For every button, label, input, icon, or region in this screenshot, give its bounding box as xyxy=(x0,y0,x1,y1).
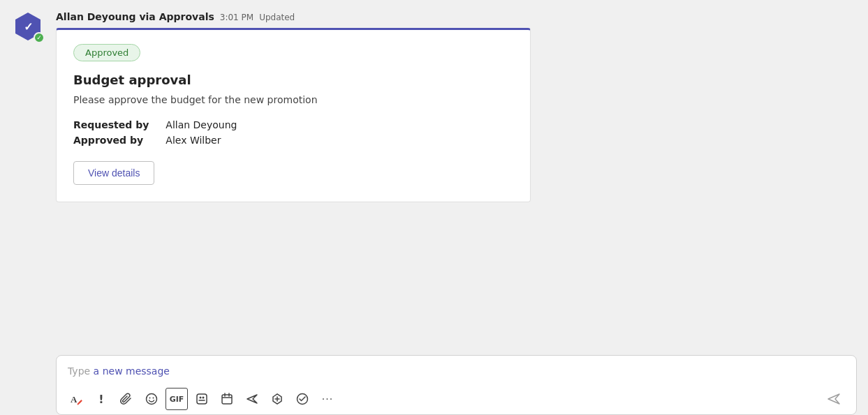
sender-name: Allan Deyoung via Approvals xyxy=(56,11,214,22)
card-description: Please approve the budget for the new pr… xyxy=(73,94,513,105)
message-updated-label: Updated xyxy=(259,13,295,22)
message-header: Allan Deyoung via Approvals 3:01 PM Upda… xyxy=(56,11,857,22)
svg-text:✓: ✓ xyxy=(24,21,33,33)
svg-rect-11 xyxy=(222,395,232,404)
composer-placeholder-link: a new message xyxy=(94,365,170,377)
send-button[interactable] xyxy=(823,388,845,410)
avatar[interactable]: ✓ xyxy=(13,11,43,42)
status-badge: Approved xyxy=(73,44,140,61)
approval-check-icon[interactable] xyxy=(291,388,314,410)
important-icon[interactable]: ! xyxy=(90,388,112,410)
sticker-icon[interactable] xyxy=(191,388,213,410)
send-away-icon[interactable] xyxy=(241,388,263,410)
svg-point-5 xyxy=(147,394,157,405)
format-text-icon[interactable]: A xyxy=(65,388,87,410)
svg-text:A: A xyxy=(71,394,78,405)
requested-by-value: Allan Deyoung xyxy=(165,119,513,130)
svg-point-10 xyxy=(203,397,205,399)
loop-icon[interactable] xyxy=(266,388,288,410)
attach-icon[interactable] xyxy=(115,388,138,410)
card-title: Budget approval xyxy=(73,73,513,87)
toolbar: A ! xyxy=(57,384,856,414)
svg-line-4 xyxy=(78,400,82,405)
composer-area: Type a new message A ! xyxy=(56,355,868,415)
schedule-meeting-icon[interactable] xyxy=(216,388,238,410)
gif-icon[interactable]: GIF xyxy=(165,388,188,410)
composer-box: Type a new message A ! xyxy=(56,355,857,415)
ellipsis-icon: ··· xyxy=(322,393,333,405)
svg-point-7 xyxy=(153,398,154,399)
online-badge xyxy=(34,32,45,43)
message-time: 3:01 PM xyxy=(220,13,253,22)
card-details: Requested by Allan Deyoung Approved by A… xyxy=(73,119,513,146)
message-input-area[interactable]: Type a new message xyxy=(57,356,856,384)
requested-by-label: Requested by xyxy=(73,119,149,130)
svg-point-9 xyxy=(200,397,202,399)
composer-placeholder: Type a new message xyxy=(68,365,170,377)
approved-by-label: Approved by xyxy=(73,135,149,146)
emoji-icon[interactable] xyxy=(140,388,163,410)
view-details-button[interactable]: View details xyxy=(73,161,154,185)
gif-label: GIF xyxy=(170,395,184,404)
svg-rect-8 xyxy=(197,394,207,404)
more-options-icon[interactable]: ··· xyxy=(316,388,339,410)
approval-card: Approved Budget approval Please approve … xyxy=(56,28,531,202)
sidebar: ✓ xyxy=(0,0,56,415)
svg-point-6 xyxy=(149,398,151,399)
main-content: Allan Deyoung via Approvals 3:01 PM Upda… xyxy=(56,0,868,415)
chat-area: Allan Deyoung via Approvals 3:01 PM Upda… xyxy=(56,0,868,355)
exclamation-icon: ! xyxy=(98,393,103,406)
approved-by-value: Alex Wilber xyxy=(165,135,513,146)
